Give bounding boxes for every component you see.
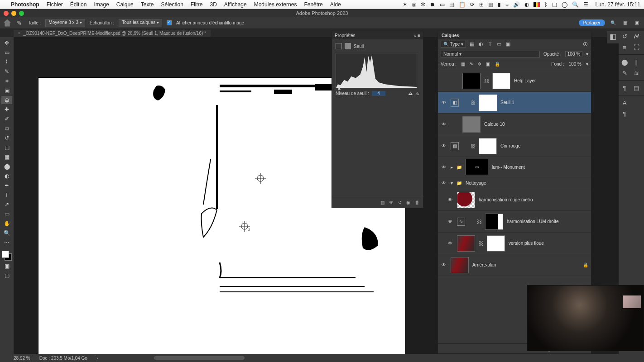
zoom-tool[interactable]: 🔍 [1,229,12,237]
layer-name[interactable]: version plus floue [509,241,544,246]
delete-adj-icon[interactable]: 🗑 [415,200,419,205]
visibility-toggle[interactable]: 👁 [447,197,453,202]
layer-name[interactable]: Help Layer [514,78,536,83]
swatches-panel-icon[interactable]: ∥ [630,57,642,67]
crop-tool[interactable]: ⌗ [1,77,12,85]
wifi-icon[interactable]: ⏚ [505,1,509,8]
flag-icon[interactable] [533,2,540,7]
close-tab-icon[interactable]: × [18,31,20,35]
filter-adj-icon[interactable]: ◐ [478,41,484,48]
threshold-slider-handle[interactable]: ▲ [337,86,341,90]
mask-thumb[interactable] [485,214,503,230]
stamp-tool[interactable]: ⧉ [1,124,12,133]
gradient-tool[interactable]: ▦ [1,153,12,161]
eyedropper-tool[interactable]: ◒ [1,96,12,104]
clipboard-icon[interactable]: 📋 [459,1,466,8]
heal-tool[interactable]: ✚ [1,105,12,114]
color-swatches[interactable] [2,251,12,261]
auto-icon[interactable]: ⛰ [408,91,413,96]
group-disclosure-icon[interactable]: ▸ [451,165,453,170]
spotlight-icon[interactable]: 🔍 [572,1,579,8]
visibility-toggle[interactable]: 👁 [441,143,447,148]
layer-name[interactable]: Cor rouge [500,143,520,148]
share-button[interactable]: Partager [579,19,605,26]
layer-row[interactable]: 👁 ◧ ⛓ Seuil 1 [438,92,591,114]
info-panel-icon[interactable]: ⛶ [630,42,642,52]
status-icon[interactable]: ✶ [403,1,407,8]
pen-tool[interactable]: ✒ [1,181,12,190]
puzzle-icon[interactable]: ⊞ [479,1,484,8]
opacity-dropdown[interactable]: ▾ [586,52,588,57]
threshold-histogram[interactable]: ▲ [336,53,417,88]
mask-thumb[interactable] [487,235,505,252]
clip-to-layer-icon[interactable]: ▥ [380,200,384,205]
group-mask-thumb[interactable]: ▭ [466,159,488,175]
layer-row[interactable]: 👁 ⛓ version plus floue [438,233,591,254]
brushes-panel-icon[interactable]: ≡ [619,42,630,52]
mask-thumb[interactable] [479,95,497,111]
lock-paint-icon[interactable]: ✎ [470,62,473,67]
control-center-icon[interactable]: ☰ [583,1,588,8]
opacity-value[interactable]: 100 % [565,51,582,57]
group-disclosure-icon[interactable]: ▾ [451,181,453,186]
type-tool[interactable]: T [1,191,12,199]
visibility-toggle[interactable]: 👁 [447,219,453,224]
bluetooth-icon[interactable]: ᛒ [544,1,548,8]
sync-icon[interactable]: ⟳ [470,1,475,8]
battery-icon[interactable]: ▮ [498,1,501,8]
menu-fichier[interactable]: Fichier [47,1,63,8]
close-window[interactable] [4,11,9,16]
layer-row[interactable]: 👁 ▧ ⛓ Cor rouge [438,135,591,157]
sample-size-select[interactable]: Moyenne 3 x 3 ▾ [45,19,85,27]
visibility-toggle[interactable]: 👁 [441,181,447,186]
layer-thumb[interactable] [451,257,469,273]
quick-select-tool[interactable]: ✎ [1,67,12,76]
layer-group-row[interactable]: 👁 ▸ 📁 ▭ lum-- Monument [438,157,591,177]
menu-filtre[interactable]: Filtre [191,1,203,8]
brush-tool[interactable]: ✐ [1,115,12,123]
lasso-tool[interactable]: ⌇ [1,58,12,66]
paragraph-panel-icon[interactable]: ¶ [619,82,630,93]
lock-transparency-icon[interactable]: ▦ [461,62,465,67]
filter-toggle[interactable]: ⦿ [582,41,588,48]
path-tool[interactable]: ↗ [1,200,12,209]
threshold-value-input[interactable] [372,91,385,96]
tool-eyedropper-icon[interactable]: ✎ [15,19,24,27]
view-prev-icon[interactable]: 👁 [389,200,394,205]
home-button[interactable] [4,19,11,27]
screenmode-tool[interactable]: ▢ [1,272,12,280]
blend-mode-select[interactable]: Normal ▾ [441,51,540,57]
cc-icon[interactable]: ◐ [524,1,529,8]
hand-tool[interactable]: ✋ [1,219,12,228]
menu-image[interactable]: Image [94,1,109,8]
layer-row[interactable]: ⛓ Help Layer [438,70,591,92]
panel-icon[interactable]: ▣ [633,19,640,27]
screen-icon[interactable]: ▭ [440,1,445,8]
layer-name[interactable]: Nettoyage [466,181,486,186]
filter-type-icon[interactable]: T [487,41,493,48]
lock-position-icon[interactable]: ✥ [478,62,481,67]
menu-texte[interactable]: Texte [141,1,154,8]
status-icon[interactable]: ◎ [412,1,416,8]
actions-panel-icon[interactable]: 🗲 [630,31,642,42]
horizontal-scrollbar[interactable] [154,356,245,360]
zoom-readout[interactable]: 28,92 % [14,356,30,361]
fill-dropdown[interactable]: ▾ [586,62,588,67]
visibility-toggle[interactable]: 👁 [447,241,453,246]
mask-link-icon[interactable]: ⛓ [471,143,475,149]
layer-row[interactable]: 👁 Calque 10 [438,114,591,135]
mask-link-icon[interactable]: ⛓ [471,100,475,105]
quickmask-tool[interactable]: ▣ [1,262,12,270]
mask-icon[interactable] [345,43,351,49]
mask-link-icon[interactable]: ⛓ [479,241,483,246]
zoom-window[interactable] [19,11,24,16]
layer-thumb[interactable] [457,192,475,208]
character-panel-icon[interactable]: A [619,97,630,108]
visibility-toggle[interactable]: 👁 [441,165,447,170]
lock-artboard-icon[interactable]: ▣ [486,62,490,67]
search-icon[interactable]: 🔍 [610,19,617,27]
gradients-panel-icon[interactable]: ≋ [630,67,642,78]
sample-source-select[interactable]: Tous les calques ▾ [119,19,162,27]
dodge-tool[interactable]: ◐ [1,172,12,180]
glyphs-panel-icon[interactable]: ▤ [630,82,642,93]
